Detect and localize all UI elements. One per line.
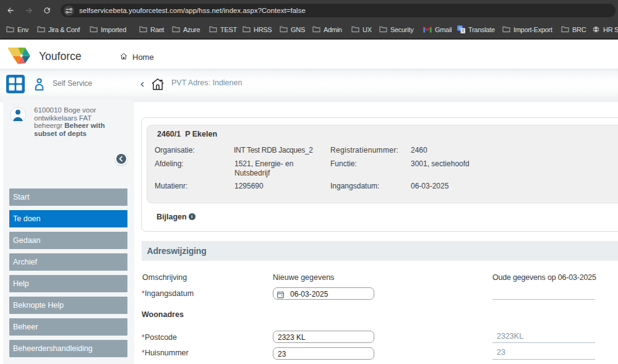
svg-text:文: 文 <box>461 28 465 33</box>
